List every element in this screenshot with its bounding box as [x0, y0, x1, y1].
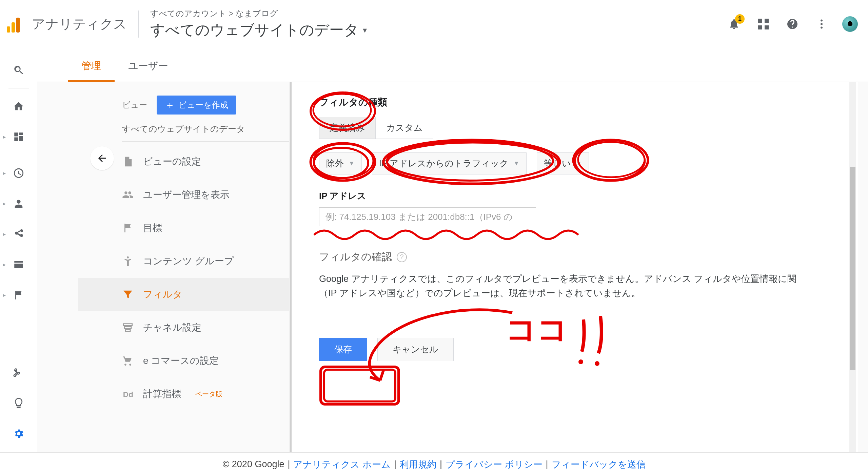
rail-acquisition[interactable]: ▸ [0, 219, 37, 249]
bulb-icon [13, 397, 24, 409]
svg-point-2 [821, 26, 823, 28]
home-icon [13, 101, 24, 112]
divider [138, 11, 139, 38]
create-view-label: ビューを作成 [178, 100, 228, 110]
rail-customization[interactable]: ▸ [0, 122, 37, 152]
more-button[interactable] [813, 16, 830, 33]
menu-user-mgmt[interactable]: ユーザー管理を表示 [78, 178, 292, 211]
beta-badge: ベータ版 [195, 390, 222, 399]
apps-button[interactable] [755, 16, 772, 33]
clock-icon [13, 167, 24, 179]
cancel-button[interactable]: キャンセル [377, 338, 454, 361]
apps-grid-icon [758, 19, 769, 29]
avatar[interactable] [842, 16, 858, 32]
search-icon [13, 64, 24, 76]
people-icon [122, 189, 134, 201]
rail-discover[interactable] [0, 388, 37, 418]
filter-type-title: フィルタの種類 [319, 96, 844, 109]
chevron-down-icon: ▼ [576, 160, 582, 167]
admin-area: ビュー ＋ ビューを作成 すべてのウェブサイトのデータ ビューの設定 ユーザー管… [37, 82, 868, 452]
flag-icon [13, 289, 24, 301]
help-button[interactable] [784, 16, 801, 33]
tab-custom[interactable]: カスタム [376, 117, 433, 139]
column-resize-handle[interactable] [289, 82, 292, 452]
flag-icon [122, 222, 134, 234]
menu-channel[interactable]: チャネル設定 [78, 311, 292, 344]
footer-link-home[interactable]: アナリティクス ホーム [293, 458, 391, 471]
view-column: ビュー ＋ ビューを作成 すべてのウェブサイトのデータ ビューの設定 ユーザー管… [78, 82, 292, 452]
svg-text:Dd: Dd [123, 390, 133, 399]
dd-include-exclude[interactable]: 除外 ▼ [319, 152, 362, 174]
rail-home[interactable] [0, 91, 37, 122]
tab-admin[interactable]: 管理 [68, 50, 115, 82]
tab-predefined[interactable]: 定義済み [319, 117, 376, 139]
view-menu: ビューの設定 ユーザー管理を表示 目標 コンテンツ グループ フィルタ チャネル… [78, 142, 292, 411]
menu-calculated-metrics[interactable]: Dd 計算指標 ベータ版 [78, 377, 292, 411]
analytics-logo-icon [7, 16, 24, 33]
footer-link-tos[interactable]: 利用規約 [400, 458, 436, 471]
share-icon [13, 228, 24, 240]
page-icon [13, 259, 24, 270]
admin-subtabs: 管理 ユーザー [0, 48, 868, 82]
brand[interactable]: アナリティクス [7, 15, 127, 33]
current-view-name[interactable]: すべてのウェブサイトのデータ [78, 115, 292, 141]
chevron-down-icon: ▼ [513, 160, 519, 167]
ip-label: IP アドレス [319, 190, 844, 202]
scrollbar-thumb[interactable] [850, 167, 855, 370]
rail-audience[interactable]: ▸ [0, 188, 37, 219]
menu-content-grouping[interactable]: コンテンツ グループ [78, 245, 292, 278]
tab-user[interactable]: ユーザー [115, 50, 182, 82]
person-icon [13, 198, 24, 209]
dashboard-icon [13, 131, 24, 143]
back-button[interactable] [90, 146, 114, 170]
svg-point-0 [821, 19, 823, 21]
chevron-down-icon: ▾ [363, 25, 367, 35]
notification-badge: 1 [735, 14, 745, 24]
view-name: すべてのウェブサイトのデータ [150, 20, 359, 40]
ip-input[interactable]: 例: 74.125.19.103 または 2001:db8::1（IPv6 の [319, 207, 536, 226]
rail-behavior[interactable]: ▸ [0, 249, 37, 280]
footer-link-feedback[interactable]: フィードバックを送信 [552, 458, 646, 471]
menu-goals[interactable]: 目標 [78, 211, 292, 245]
ip-placeholder: 例: 74.125.19.103 または 2001:db8::1（IPv6 の [326, 211, 513, 223]
gear-icon [13, 428, 24, 439]
kebab-icon [815, 18, 828, 30]
file-icon [122, 156, 134, 167]
verify-message: Google アナリティクスでは、このフィルタでプレビューを表示できません。アド… [319, 272, 844, 301]
chevron-down-icon: ▼ [349, 160, 355, 167]
channel-icon [122, 322, 134, 333]
rail-admin[interactable] [0, 418, 37, 449]
dd-match[interactable]: 等しい ▼ [537, 152, 589, 174]
help-icon [786, 18, 798, 30]
arrow-back-icon [96, 152, 108, 164]
breadcrumb: すべてのアカウント > なまブログ [150, 8, 367, 19]
filter-form-panel: フィルタの種類 定義済み カスタム 除外 ▼ IP アドレスからのトラフィック … [292, 82, 858, 452]
footer-link-privacy[interactable]: プライバシー ポリシー [446, 458, 542, 471]
rail-realtime[interactable]: ▸ [0, 158, 37, 188]
rail-attribution[interactable] [0, 357, 37, 388]
path-icon [13, 367, 24, 378]
view-column-label: ビュー [122, 100, 147, 110]
save-button[interactable]: 保存 [319, 338, 367, 361]
person-arms-icon [122, 255, 134, 267]
account-picker[interactable]: すべてのアカウント > なまブログ すべてのウェブサイトのデータ ▾ [150, 8, 367, 40]
svg-point-1 [821, 23, 823, 25]
cart-icon [122, 355, 134, 367]
notifications-button[interactable]: 1 [726, 16, 743, 33]
rail-search[interactable] [0, 55, 37, 85]
verify-title: フィルタの確認 [319, 250, 392, 264]
menu-filters[interactable]: フィルタ [78, 278, 292, 311]
menu-ecommerce[interactable]: e コマースの設定 [78, 344, 292, 377]
dd-letters-icon: Dd [122, 388, 134, 400]
left-nav-rail: ▸ ▸ ▸ ▸ ▸ ▸ [0, 48, 37, 476]
filter-type-tabs: 定義済み カスタム [319, 117, 844, 139]
dd-source[interactable]: IP アドレスからのトラフィック ▼ [372, 152, 527, 174]
copyright: © 2020 Google [222, 459, 284, 470]
product-name: アナリティクス [32, 15, 127, 33]
app-topbar: アナリティクス すべてのアカウント > なまブログ すべてのウェブサイトのデータ… [0, 0, 868, 48]
create-view-button[interactable]: ＋ ビューを作成 [157, 96, 236, 115]
help-icon[interactable]: ? [397, 252, 407, 262]
rail-conversions[interactable]: ▸ [0, 280, 37, 310]
vertical-scrollbar[interactable] [849, 82, 856, 452]
filter-icon [122, 289, 134, 300]
